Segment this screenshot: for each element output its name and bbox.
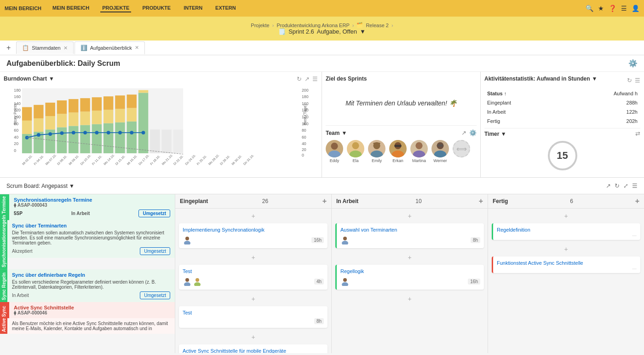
breadcrumb-product[interactable]: Produktentwicklung Arkona ERP [276,23,349,28]
nav-produkte[interactable]: PRODUKTE [140,4,172,12]
menu-icon[interactable]: ☰ [621,5,627,12]
tab-aufgaben-close[interactable]: ✕ [135,45,139,51]
card-regeldefinition-title[interactable]: Regeldefinition [497,227,637,233]
avatar-eddy[interactable]: Eddy [326,140,343,163]
search-icon[interactable]: 🔍 [586,5,593,12]
board-refresh-icon[interactable]: ↻ [615,182,620,189]
tab-stammdaten[interactable]: 📋 Stammdaten ✕ [16,41,73,54]
card-auswahl[interactable]: Auswahl von Terminarten 8h [335,223,484,248]
burndown-dropdown[interactable]: ▼ [49,76,54,82]
status-dropdown-icon[interactable]: ▼ [360,28,366,35]
sub-story-title[interactable]: Sync über Terminarten [12,223,170,228]
board-filter-icon[interactable]: ☰ [632,182,638,189]
activity-refresh[interactable]: ↻ [627,77,632,84]
card-funktionstest[interactable]: Funktionstest Active Sync Schnittstelle [492,256,640,273]
story-header-3[interactable]: Active Sync Schnittstelle ⧫ASAP-000046 [7,302,175,318]
add-card-fertig-mid[interactable]: + [492,244,640,255]
svg-rect-43 [104,123,113,153]
avatar-martina[interactable]: Martina [410,140,428,163]
team-link-icon[interactable]: ↗ [461,129,466,136]
tab-aufgaben[interactable]: ℹ️ Aufgabenüberblick ✕ [75,41,145,54]
card-implementierung[interactable]: Implementierung Synchronationlogik 16h [179,223,328,248]
scrum-board-dropdown[interactable]: ▼ [69,183,75,189]
col-fertig-add[interactable]: + [635,197,639,205]
story-vertical-label-2: Sync Regeln [0,269,7,302]
add-card-mid-3[interactable]: + [179,332,328,343]
scrum-board-title[interactable]: Scrum Board: Angepasst ▼ [6,183,75,189]
svg-rect-99 [394,145,401,147]
svg-rect-47 [115,109,125,122]
avatar-emily[interactable]: Emily [368,140,385,163]
team-settings-icon[interactable]: ⚙️ [469,129,477,136]
nav-projekte[interactable]: PROJEKTE [100,4,131,12]
add-card-inarbeit-top[interactable]: + [335,210,484,221]
card-test-1[interactable]: Test 4h [179,265,328,290]
avatar-ela[interactable]: Ela [347,140,364,163]
board-expand-icon[interactable]: ⤢ [623,182,628,189]
nav-intern[interactable]: INTERN [182,4,204,12]
add-card-inarbeit-bottom[interactable]: + [335,293,484,304]
story2-title[interactable]: Sync über definierbare Regeln [12,272,170,278]
svg-point-100 [392,151,404,157]
status-col-header: Status [487,91,503,96]
user-avatar[interactable]: 👤 [632,5,639,12]
sub-story-badge[interactable]: Umgesetzt [140,247,170,255]
add-member-icon[interactable]: ⟺ [453,140,470,157]
nav-meinbereich[interactable]: MEIN BEREICH [51,4,91,12]
breadcrumb-release[interactable]: Release 2 [366,23,389,28]
team-dropdown[interactable]: ▼ [341,130,347,136]
avatar-werner[interactable]: Werner [431,140,449,163]
card-active-sync[interactable]: Active Sync Schnittstelle für mobile End… [179,344,328,353]
add-card-mid-2[interactable]: + [179,293,328,304]
star-icon[interactable]: ★ [598,5,604,12]
svg-text:60: 60 [302,135,306,140]
card-regeldefinition[interactable]: Regeldefinition [492,223,640,240]
sprint-label[interactable]: Sprint 2.6 [288,28,314,35]
story-badge-1[interactable]: Umgesetzt [138,210,170,217]
eddy-name: Eddy [330,158,339,163]
timer-sync-icon[interactable]: ⇄ [635,130,640,137]
svg-rect-31 [57,127,67,153]
activity-filter[interactable]: ☰ [635,77,640,84]
burndown-refresh[interactable]: ↻ [297,76,302,82]
settings-icon[interactable]: ⚙️ [628,59,638,68]
breadcrumb-projekte[interactable]: Projekte [251,23,269,28]
card-active-sync-title[interactable]: Active Sync Schnittstelle für mobile End… [183,348,324,353]
svg-text:Fr 18.10.: Fr 18.10. [150,154,161,165]
sort-icon[interactable]: ↑ [504,91,507,96]
card-regellogik[interactable]: Regellogik 16h [335,265,484,290]
col-eingeplant-add[interactable]: + [322,197,327,205]
add-card-inarbeit-mid-1[interactable]: + [335,252,484,263]
activity-dropdown[interactable]: ▼ [592,76,598,82]
svg-text:Mo 28.10.: Mo 28.10. [208,153,220,165]
avatar-erkan[interactable]: Erkan [389,140,407,163]
board-link-icon[interactable]: ↗ [606,182,611,189]
svg-text:Mo 21.10.: Mo 21.10. [161,153,173,165]
card-implementierung-title[interactable]: Implementierung Synchronationlogik [183,227,324,233]
column-inarbeit-cards: + Auswahl von Terminarten 8h [332,209,488,306]
burndown-export[interactable]: ↗ [305,76,310,82]
add-tab-button[interactable]: + [5,44,12,52]
avatar-add-placeholder[interactable]: ⟺ [453,140,470,163]
card-funktionstest-title[interactable]: Funktionstest Active Sync Schnittstelle [497,260,637,266]
card-regellogik-title[interactable]: Regellogik [340,268,480,274]
add-card-mid-1[interactable]: + [179,252,328,263]
sprint-status[interactable]: Aufgabe, Offen [317,28,357,35]
card-test-2-title[interactable]: Test [183,310,324,315]
story-header-1[interactable]: Synchronisationsregeln Termine ⧫ASAP-000… [7,194,175,220]
timer-dropdown[interactable]: ▼ [501,131,506,137]
card-regellogik-avatars [340,277,350,286]
card-auswahl-title[interactable]: Auswahl von Terminarten [340,227,480,233]
help-icon[interactable]: ❓ [609,5,616,12]
burndown-filter[interactable]: ☰ [312,76,318,82]
svg-point-109 [184,282,190,286]
add-card-eingeplant-top[interactable]: + [179,210,328,221]
col-inarbeit-add[interactable]: + [479,197,483,205]
card-test-2[interactable]: Test 8h [179,306,328,328]
add-card-fertig-top[interactable]: + [492,210,640,221]
tab-stammdaten-close[interactable]: ✕ [63,45,68,51]
nav-extern[interactable]: EXTERN [213,4,238,12]
svg-rect-24 [22,107,32,121]
card-test-1-title[interactable]: Test [183,268,324,274]
story2-badge[interactable]: Umgesetzt [140,291,170,299]
